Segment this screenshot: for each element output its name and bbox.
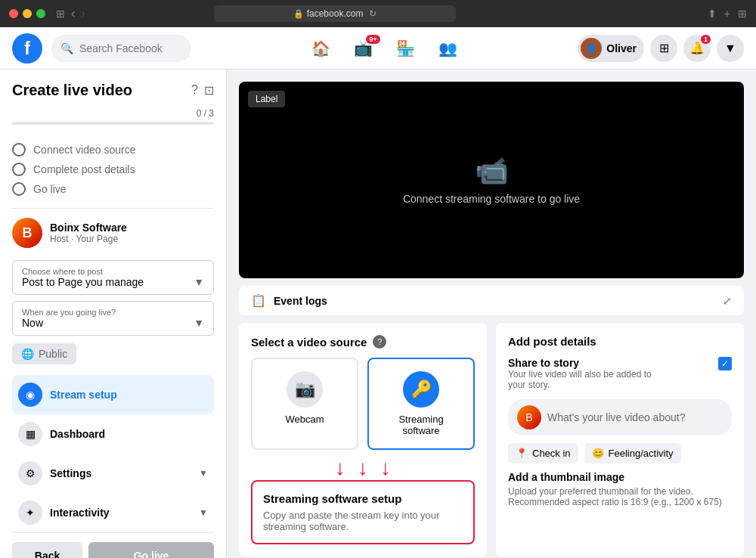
nav-home[interactable]: 🏠: [302, 30, 341, 67]
user-avatar-btn[interactable]: 👤 Oliver: [578, 35, 644, 62]
where-dropdown-value: Post to Page you manage ▼: [22, 276, 204, 288]
red-arrows: ↓ ↓ ↓: [251, 457, 475, 479]
browser-dots: [9, 9, 45, 18]
when-value-text: Now: [22, 317, 43, 329]
arrow-1: ↓: [335, 457, 345, 479]
sidebar-title: Create live video: [12, 82, 132, 99]
fb-nav: 🏠 📺 9+ 🏪 👥: [200, 30, 569, 67]
main-layout: Create live video ? ⊡ 0 / 3 Connect vide…: [0, 70, 756, 558]
streaming-icon: 🔑: [403, 371, 439, 408]
stream-setup-icon: ◉: [18, 383, 42, 407]
video-label-btn[interactable]: Label: [248, 91, 285, 107]
share-story-checkbox[interactable]: ✓: [718, 357, 732, 370]
video-source-panel: Select a video source ? 📷 Webcam 🔑 Strea…: [239, 323, 487, 556]
add-post-panel: Add post details Share to story Your liv…: [496, 323, 744, 556]
post-input-row[interactable]: B What's your live video about?: [508, 399, 732, 436]
check-in-btn[interactable]: 📍 Check in: [508, 443, 578, 463]
steps-list: Connect video source Complete post detai…: [12, 140, 214, 199]
help-icon[interactable]: ?: [191, 83, 198, 98]
share-icon[interactable]: ⬆: [708, 8, 717, 20]
reload-icon[interactable]: ↻: [369, 8, 376, 19]
account-menu-btn[interactable]: ▼: [717, 35, 744, 62]
arrow-3: ↓: [380, 457, 391, 479]
step-1-label: Connect video source: [33, 144, 135, 156]
step-3-circle: [12, 182, 26, 196]
stream-setup-label: Stream setup: [50, 389, 117, 401]
page-name: Boinx Software: [50, 222, 127, 234]
apps-btn[interactable]: ⊞: [650, 35, 677, 62]
fb-logo[interactable]: f: [12, 33, 42, 64]
browser-back-btn[interactable]: ‹: [71, 7, 75, 20]
grid-icon[interactable]: ⊞: [738, 8, 747, 20]
golive-button[interactable]: Go live: [88, 542, 214, 558]
step-3: Go live: [12, 179, 214, 199]
post-avatar: B: [517, 405, 541, 429]
nav-groups[interactable]: 👥: [429, 30, 468, 67]
dot-green[interactable]: [36, 9, 45, 18]
where-dropdown[interactable]: Choose where to post Post to Page you ma…: [12, 260, 214, 295]
notifications-badge: 1: [701, 35, 711, 44]
dot-red[interactable]: [9, 9, 18, 18]
where-dropdown-label: Choose where to post: [22, 267, 204, 276]
thumbnail-title: Add a thumbnail image: [508, 471, 732, 483]
where-value-text: Post to Page you manage: [22, 276, 144, 288]
progress-label: 0 / 3: [12, 108, 214, 119]
browser-forward-btn[interactable]: ›: [81, 7, 85, 20]
progress-container: 0 / 3: [12, 108, 214, 125]
feeling-btn[interactable]: 😊 Feeling/activity: [584, 443, 681, 463]
step-2-circle: [12, 163, 26, 176]
expand-icon[interactable]: ⊡: [204, 83, 214, 98]
browser-chrome: ⊞ ‹ › 🔒 facebook.com ↻ ⬆ + ⊞: [0, 0, 756, 27]
search-icon: 🔍: [60, 42, 73, 54]
dashboard-icon: ▦: [18, 422, 42, 446]
nav-video[interactable]: 📺 9+: [344, 30, 383, 67]
sidebar-title-actions: ? ⊡: [191, 83, 214, 98]
when-dropdown[interactable]: When are you going live? Now ▼: [12, 301, 214, 336]
share-story-subtitle: Your live video will also be added to yo…: [508, 369, 659, 390]
sidebar: Create live video ? ⊡ 0 / 3 Connect vide…: [0, 70, 227, 558]
video-camera-icon: 📹: [475, 155, 509, 187]
browser-window-btn[interactable]: ⊞: [56, 8, 65, 20]
settings-label: Settings: [50, 467, 91, 479]
video-preview: Label 📹 Connect streaming software to go…: [239, 82, 744, 278]
settings-icon: ⚙: [18, 461, 42, 485]
share-story-title: Share to story: [508, 357, 659, 369]
search-input[interactable]: [79, 42, 178, 54]
expand-logs-icon[interactable]: ⤢: [723, 295, 732, 307]
page-avatar: B: [12, 218, 42, 248]
source-webcam[interactable]: 📷 Webcam: [251, 358, 358, 450]
help-btn[interactable]: ?: [373, 335, 386, 349]
page-details: Boinx Software Host · Your Page: [50, 222, 127, 244]
sidebar-item-settings[interactable]: ⚙ Settings ▼: [12, 454, 214, 493]
sidebar-item-dashboard[interactable]: ▦ Dashboard: [12, 414, 214, 454]
arrow-2: ↓: [358, 457, 368, 479]
sidebar-nav: ◉ Stream setup ▦ Dashboard ⚙ Settings ▼ …: [12, 375, 214, 532]
thumbnail-desc: Upload your preferred thumbnail for the …: [508, 486, 732, 507]
address-bar[interactable]: 🔒 facebook.com ↻: [214, 5, 456, 22]
back-button[interactable]: Back: [12, 542, 82, 558]
notifications-btn[interactable]: 🔔 1: [683, 35, 711, 62]
new-tab-icon[interactable]: +: [724, 8, 730, 20]
sidebar-bottom-actions: Back Go live: [12, 532, 214, 558]
streaming-label: Streaming software: [381, 414, 461, 436]
sidebar-item-stream-setup[interactable]: ◉ Stream setup: [12, 375, 214, 414]
source-streaming[interactable]: 🔑 Streaming software: [367, 358, 475, 450]
lock-icon: 🔒: [293, 9, 304, 19]
dot-yellow[interactable]: [23, 9, 32, 18]
source-options: 📷 Webcam 🔑 Streaming software: [251, 358, 475, 450]
event-logs-label: Event logs: [274, 295, 327, 307]
dashboard-label: Dashboard: [50, 428, 105, 440]
video-connect-msg: Connect streaming software to go live: [403, 193, 580, 205]
sidebar-item-interactivity[interactable]: ✦ Interactivity ▼: [12, 493, 214, 532]
public-btn[interactable]: 🌐 Public: [12, 343, 76, 364]
progress-track: [12, 122, 214, 125]
step-3-label: Go live: [33, 183, 67, 195]
feeling-label: Feeling/activity: [609, 448, 674, 459]
interactivity-arrow: ▼: [199, 507, 208, 518]
chevron-down-icon-2: ▼: [194, 317, 204, 329]
event-logs-icon: 📋: [251, 293, 266, 308]
streaming-setup-box[interactable]: Streaming software setup Copy and paste …: [251, 480, 475, 544]
fb-search-box[interactable]: 🔍: [51, 35, 191, 62]
nav-marketplace[interactable]: 🏪: [386, 30, 426, 67]
step-1: Connect video source: [12, 140, 214, 160]
